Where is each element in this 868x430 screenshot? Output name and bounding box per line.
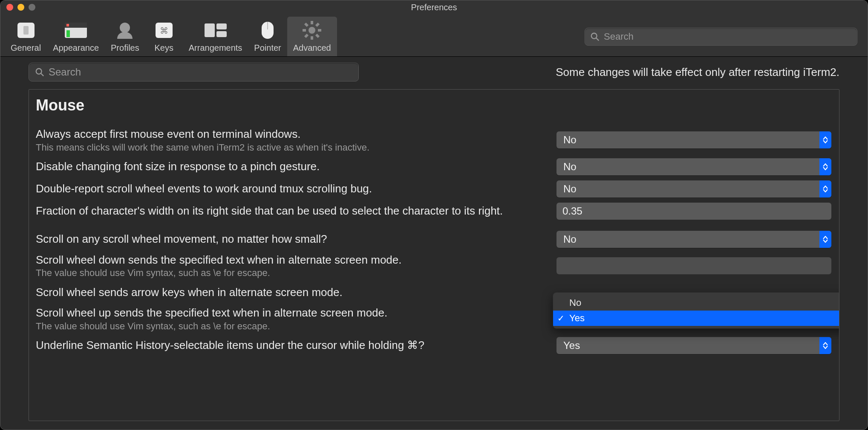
option-label: Yes <box>569 313 585 324</box>
svg-point-14 <box>309 27 315 34</box>
setting-subtitle: This means clicks will work the same whe… <box>36 142 549 153</box>
tab-label: Profiles <box>111 43 139 53</box>
setting-dropdown[interactable]: No <box>557 180 831 198</box>
svg-line-22 <box>305 35 308 37</box>
setting-dropdown[interactable]: No <box>557 158 831 175</box>
svg-point-25 <box>36 69 42 74</box>
dropdown-value: No <box>563 183 577 195</box>
setting-title: Scroll wheel up sends the specified text… <box>36 306 549 320</box>
svg-line-19 <box>305 23 308 26</box>
setting-title: Scroll wheel sends arrow keys when in al… <box>36 285 549 299</box>
svg-point-23 <box>591 33 597 38</box>
tab-label: Pointer <box>254 43 281 53</box>
svg-rect-9 <box>205 23 215 37</box>
traffic-lights <box>6 4 35 11</box>
text-value: 0.35 <box>562 205 583 217</box>
tab-arrangements[interactable]: Arrangements <box>183 17 248 56</box>
section-title: Mouse <box>32 94 836 125</box>
updown-icon <box>819 131 831 148</box>
advanced-search[interactable] <box>29 63 359 81</box>
tab-label: Keys <box>155 43 173 53</box>
window-title: Preferences <box>411 3 457 12</box>
tab-profiles[interactable]: Profiles <box>105 17 145 56</box>
setting-row: Double-report scroll wheel events to wor… <box>32 178 836 200</box>
tab-keys[interactable]: ⌘ Keys <box>145 17 183 56</box>
keys-icon: ⌘ <box>151 19 177 41</box>
setting-title: Double-report scroll wheel events to wor… <box>36 182 549 196</box>
toolbar: General Appearance Profiles ⌘ Keys Arran… <box>0 14 868 57</box>
svg-line-21 <box>316 23 319 26</box>
advanced-icon <box>299 19 325 41</box>
dropdown-popup: No ✓ Yes <box>553 293 839 328</box>
dropdown-value: No <box>563 233 577 245</box>
content-top: Some changes will take effect only after… <box>29 63 839 81</box>
svg-rect-5 <box>66 30 70 37</box>
tab-label: General <box>11 43 41 53</box>
setting-row: Scroll wheel down sends the specified te… <box>32 250 836 282</box>
setting-dropdown[interactable]: Yes <box>557 337 831 354</box>
tab-label: Arrangements <box>189 43 242 53</box>
titlebar: Preferences <box>0 0 868 14</box>
search-icon <box>590 32 600 41</box>
setting-title: Scroll on any scroll wheel movement, no … <box>36 232 549 246</box>
general-icon <box>13 19 39 41</box>
setting-row: Always accept first mouse event on termi… <box>32 125 836 156</box>
dropdown-option-yes[interactable]: ✓ Yes <box>553 311 839 326</box>
appearance-icon <box>63 19 89 41</box>
tab-advanced[interactable]: Advanced <box>287 17 337 56</box>
option-label: No <box>569 297 581 308</box>
toolbar-search-input[interactable] <box>604 31 852 42</box>
restart-note: Some changes will take effect only after… <box>369 66 839 79</box>
tab-label: Appearance <box>53 43 99 53</box>
setting-title: Disable changing font size in response t… <box>36 160 549 174</box>
setting-dropdown[interactable]: No <box>557 231 831 248</box>
setting-title: Underline Semantic History-selectable it… <box>36 338 549 352</box>
setting-row: Fraction of character's width on its rig… <box>32 200 836 222</box>
svg-line-24 <box>596 38 599 40</box>
tab-appearance[interactable]: Appearance <box>47 17 105 56</box>
dropdown-value: No <box>563 161 577 173</box>
setting-subtitle: The value should use Vim syntax, such as… <box>36 321 549 332</box>
updown-icon <box>819 231 831 248</box>
preferences-window: Preferences General Appearance Profiles … <box>0 0 868 430</box>
setting-row: Underline Semantic History-selectable it… <box>32 334 836 357</box>
check-icon: ✓ <box>557 313 565 323</box>
setting-title: Fraction of character's width on its rig… <box>36 204 549 218</box>
updown-icon <box>819 180 831 198</box>
profiles-icon <box>112 19 138 41</box>
toolbar-search[interactable] <box>585 28 857 46</box>
svg-rect-4 <box>66 24 69 26</box>
setting-subtitle: The value should use Vim syntax, such as… <box>36 267 549 279</box>
updown-icon <box>819 158 831 175</box>
updown-icon <box>819 337 831 354</box>
svg-text:⌘: ⌘ <box>160 26 168 35</box>
pointer-icon <box>255 19 280 41</box>
setting-title: Scroll wheel down sends the specified te… <box>36 253 549 267</box>
zoom-window-icon[interactable] <box>29 4 35 11</box>
setting-text-input[interactable]: 0.35 <box>557 203 831 220</box>
svg-rect-11 <box>216 31 227 37</box>
close-window-icon[interactable] <box>6 4 13 11</box>
advanced-search-input[interactable] <box>49 66 352 78</box>
dropdown-option-no[interactable]: No <box>553 295 839 311</box>
content: Some changes will take effect only after… <box>0 57 868 430</box>
dropdown-value: Yes <box>563 340 580 352</box>
svg-rect-10 <box>216 23 227 29</box>
setting-title: Always accept first mouse event on termi… <box>36 127 549 141</box>
svg-rect-1 <box>23 26 29 35</box>
settings-panel: Mouse Always accept first mouse event on… <box>29 89 839 421</box>
search-icon <box>35 67 44 77</box>
setting-dropdown[interactable]: No <box>557 131 831 148</box>
minimize-window-icon[interactable] <box>17 4 24 11</box>
dropdown-value: No <box>563 134 577 146</box>
svg-point-6 <box>120 23 130 33</box>
setting-row: Scroll on any scroll wheel movement, no … <box>32 228 836 250</box>
setting-row: Disable changing font size in response t… <box>32 156 836 178</box>
svg-line-20 <box>316 35 319 37</box>
svg-line-26 <box>41 73 43 76</box>
setting-text-input[interactable] <box>557 257 831 274</box>
tab-label: Advanced <box>293 43 331 53</box>
tab-pointer[interactable]: Pointer <box>248 17 287 56</box>
tab-general[interactable]: General <box>5 17 47 56</box>
arrangements-icon <box>203 19 228 41</box>
